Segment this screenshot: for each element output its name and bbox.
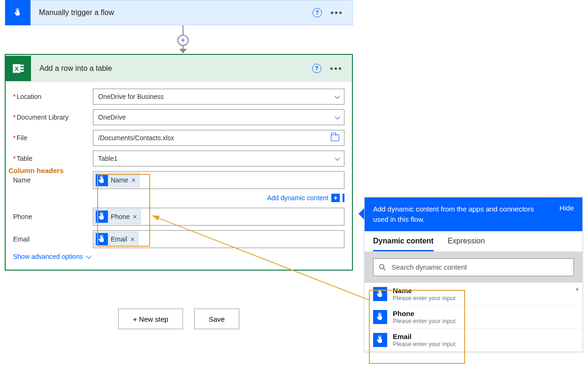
remove-token-icon[interactable]: ✕: [131, 177, 136, 184]
chevron-down-icon: [335, 114, 340, 119]
add-dynamic-content-link[interactable]: Add dynamic content +: [93, 194, 344, 202]
remove-token-icon[interactable]: ✕: [132, 213, 137, 220]
trigger-title: Manually trigger a flow: [31, 8, 313, 17]
dyn-item-name[interactable]: NamePlease enter your input: [365, 283, 582, 306]
panel-description: Add dynamic content from the apps and co…: [373, 204, 542, 225]
add-dynamic-content-icon: +: [331, 194, 340, 202]
dyn-item-email[interactable]: EmailPlease enter your input: [365, 329, 582, 352]
label-name: Name: [13, 176, 93, 184]
token-label: Name: [111, 176, 128, 184]
label-email: Email: [13, 235, 93, 243]
search-placeholder: Search dynamic content: [391, 263, 467, 271]
hide-panel-link[interactable]: Hide: [559, 204, 574, 212]
label-table: Table: [13, 155, 93, 162]
save-button[interactable]: Save: [194, 309, 239, 329]
token-label: Email: [111, 235, 127, 243]
excel-icon: X: [6, 56, 31, 81]
label-file: File: [13, 134, 93, 142]
label-doclib: Document Library: [13, 113, 93, 121]
location-value: OneDrive for Business: [98, 93, 164, 100]
svg-rect-5: [21, 70, 24, 72]
label-location: Location: [13, 93, 93, 100]
token-email[interactable]: Email ✕: [94, 232, 138, 247]
touch-icon: [373, 310, 387, 324]
table-value: Table1: [98, 155, 117, 162]
folder-icon: [331, 135, 339, 141]
panel-notch: [359, 208, 364, 219]
touch-icon: [373, 287, 387, 301]
annotation-column-headers: Column headers: [8, 166, 64, 174]
dyn-item-title: Email: [393, 332, 456, 340]
chevron-down-icon: [335, 155, 340, 160]
insert-step-button[interactable]: +: [177, 35, 189, 46]
token-name[interactable]: Name ✕: [94, 173, 139, 188]
table-select[interactable]: Table1: [93, 151, 344, 166]
svg-text:X: X: [15, 65, 19, 72]
action-header[interactable]: X Add a row into a table ? •••: [6, 55, 352, 82]
dyn-item-subtitle: Please enter your input: [393, 340, 456, 347]
scroll-up-icon[interactable]: [575, 284, 581, 290]
name-input[interactable]: Name ✕: [93, 171, 344, 189]
action-title: Add a row into a table: [31, 64, 312, 73]
dyn-item-subtitle: Please enter your input: [393, 317, 456, 325]
dyn-item-title: Name: [393, 287, 456, 294]
dynamic-content-panel: Add dynamic content from the apps and co…: [364, 197, 583, 352]
label-phone: Phone: [13, 213, 93, 220]
flow-connector: +: [177, 25, 189, 53]
dyn-item-phone[interactable]: PhonePlease enter your input: [365, 306, 582, 329]
file-picker[interactable]: /Documents/Contacts.xlsx: [93, 130, 344, 146]
token-phone[interactable]: Phone ✕: [94, 209, 141, 224]
svg-rect-4: [21, 68, 24, 69]
touch-icon: [373, 333, 387, 347]
remove-token-icon[interactable]: ✕: [130, 236, 135, 243]
doclib-value: OneDrive: [98, 113, 126, 121]
search-input[interactable]: Search dynamic content: [373, 258, 574, 276]
dyn-item-subtitle: Please enter your input: [393, 294, 456, 302]
chevron-down-icon: [86, 253, 91, 258]
action-card: X Add a row into a table ? ••• Location …: [5, 54, 353, 271]
tab-expression[interactable]: Expression: [448, 237, 485, 251]
dyn-item-title: Phone: [393, 310, 456, 317]
touch-icon: [96, 211, 108, 223]
svg-rect-3: [21, 65, 24, 67]
svg-line-7: [383, 268, 385, 270]
email-input[interactable]: Email ✕: [93, 230, 344, 248]
trigger-card[interactable]: Manually trigger a flow ? •••: [5, 0, 353, 25]
add-dynamic-content-label: Add dynamic content: [267, 194, 328, 202]
show-advanced-options-link[interactable]: Show advanced options: [13, 253, 344, 260]
chevron-down-icon: [335, 93, 340, 98]
help-icon[interactable]: ?: [313, 8, 322, 17]
location-select[interactable]: OneDrive for Business: [93, 89, 344, 105]
new-step-button[interactable]: + New step: [118, 309, 183, 329]
phone-input[interactable]: Phone ✕: [93, 208, 344, 226]
token-label: Phone: [111, 213, 130, 220]
show-advanced-options-label: Show advanced options: [13, 253, 83, 260]
touch-icon: [5, 0, 31, 25]
file-value: /Documents/Contacts.xlsx: [98, 134, 174, 142]
search-icon: [378, 263, 387, 272]
tab-dynamic-content[interactable]: Dynamic content: [373, 237, 434, 251]
svg-point-6: [380, 264, 384, 269]
touch-icon: [96, 233, 108, 245]
doclib-select[interactable]: OneDrive: [93, 109, 344, 125]
touch-icon: [96, 174, 108, 186]
help-icon[interactable]: ?: [312, 64, 321, 73]
